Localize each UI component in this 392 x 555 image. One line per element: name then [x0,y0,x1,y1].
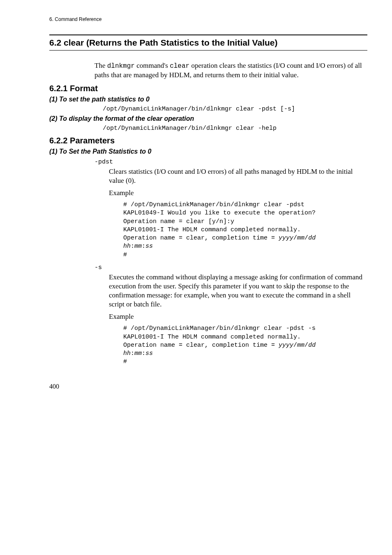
s-ex-ss: ss [145,350,153,357]
pdst-ex-ss: ss [145,243,153,250]
s-ex-dd: dd [308,342,316,349]
pdst-example-block: # /opt/DynamicLinkManager/bin/dlnkmgr cl… [123,201,367,259]
s-ex-colon1: : [131,350,134,357]
intro-text-2: command's [135,62,170,69]
s-ex-slash1: / [293,342,297,349]
s-ex-hh: hh [123,350,131,357]
intro-text-1: The [95,62,107,69]
parameters-sub-1: (1) To Set the Path Statistics to 0 [49,148,367,155]
pdst-ex-colon1: : [131,243,134,250]
format-code-2: /opt/DynamicLinkManager/bin/dlnkmgr clea… [103,125,367,132]
pdst-ex-hh: hh [123,243,131,250]
pdst-ex-line1: # /opt/DynamicLinkManager/bin/dlnkmgr cl… [123,201,304,208]
format-sub-2: (2) To display the format of the clear o… [49,115,367,122]
intro-code-2: clear [170,62,189,70]
s-ex-line5: # [123,358,127,365]
pdst-ex-colon2: : [142,243,145,250]
pdst-ex-mm1: mm [297,235,304,242]
section-title: 6.2 clear (Returns the Path Statistics t… [49,38,367,48]
s-ex-line2: KAPL01001-I The HDLM command completed n… [123,334,301,341]
param-s-desc: Executes the command without displaying … [109,273,367,309]
parameters-heading: 6.2.2 Parameters [49,136,367,145]
pdst-ex-line7: # [123,251,127,258]
pdst-ex-line3: Operation name = clear [y/n]:y [123,218,234,225]
s-ex-line3a: Operation name = clear, completion time … [123,342,279,349]
s-example-block: # /opt/DynamicLinkManager/bin/dlnkmgr cl… [123,325,367,366]
pdst-ex-line2: KAPL01049-I Would you like to execute th… [123,210,316,216]
page-number: 400 [49,383,367,390]
s-ex-yyyy: yyyy [279,342,293,349]
s-ex-mm1: mm [297,342,304,349]
s-ex-mm2: mm [134,350,142,357]
divider-under-title [49,50,367,51]
param-s-name: -s [95,264,367,271]
pdst-ex-line5a: Operation name = clear, completion time … [123,235,279,242]
param-pdst-name: -pdst [95,159,367,166]
pdst-ex-mm2: mm [134,243,142,250]
s-ex-colon2: : [142,350,145,357]
page-container: 6. Command Reference 6.2 clear (Returns … [0,0,392,407]
intro-code-1: dlnkmgr [107,62,135,70]
param-pdst-desc: Clears statistics (I/O count and I/O err… [109,167,367,185]
divider-top [49,35,367,35]
format-sub-1: (1) To set the path statistics to 0 [49,96,367,103]
param-pdst-example-label: Example [109,189,367,198]
intro-paragraph: The dlnkmgr command's clear operation cl… [95,61,367,80]
pdst-ex-yyyy: yyyy [279,235,293,242]
pdst-ex-slash1: / [293,235,297,242]
format-heading: 6.2.1 Format [49,84,367,93]
pdst-ex-dd: dd [308,235,316,242]
pdst-ex-line4: KAPL01001-I The HDLM command completed n… [123,226,301,233]
s-ex-line1: # /opt/DynamicLinkManager/bin/dlnkmgr cl… [123,325,316,332]
running-header: 6. Command Reference [49,16,367,22]
param-s-example-label: Example [109,312,367,321]
format-code-1: /opt/DynamicLinkManager/bin/dlnkmgr clea… [103,106,367,113]
pdst-ex-slash2: / [304,235,308,242]
s-ex-slash2: / [304,342,308,349]
